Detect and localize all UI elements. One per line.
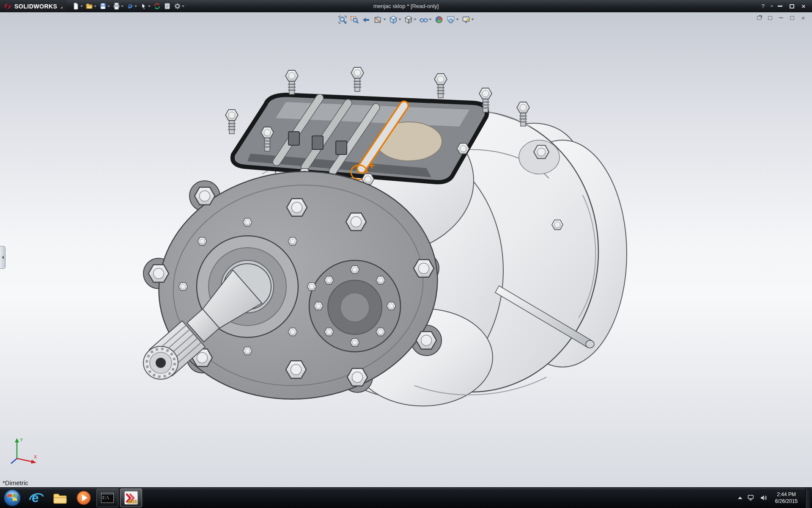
save-dropdown-icon[interactable] xyxy=(107,6,110,7)
minimize-document-button[interactable] xyxy=(777,14,785,21)
window-controls: ? × xyxy=(758,2,812,11)
cascade-windows-button[interactable] xyxy=(755,14,763,21)
view-settings-icon xyxy=(462,15,471,24)
graphics-area[interactable]: × Y X *Dimetric xyxy=(0,12,812,487)
help-button[interactable]: ? xyxy=(758,2,768,11)
clock-time: 2:44 PM xyxy=(775,491,798,498)
heads-up-view-toolbar xyxy=(337,14,475,25)
print-icon xyxy=(113,3,120,10)
taskbar-clock[interactable]: 2:44 PM 6/26/2015 xyxy=(773,491,800,505)
command-prompt-titlebar xyxy=(102,493,113,495)
section-view-button[interactable] xyxy=(373,14,387,25)
collapse-arrow-icon xyxy=(2,256,4,259)
file-properties-button[interactable] xyxy=(162,1,172,11)
svg-text:e: e xyxy=(32,491,39,505)
minimize-document-icon xyxy=(779,17,783,19)
new-document-icon xyxy=(72,3,80,10)
show-desktop-button[interactable] xyxy=(805,488,810,508)
print-dropdown-icon[interactable] xyxy=(121,6,123,7)
apply-scene-button[interactable] xyxy=(446,14,460,25)
zoom-to-fit-button[interactable] xyxy=(337,14,348,25)
save-floppy-icon xyxy=(99,3,107,10)
options-button[interactable] xyxy=(173,1,186,11)
hide-show-items-button[interactable] xyxy=(419,14,433,25)
system-tray: 2:44 PM 6/26/2015 xyxy=(738,488,812,508)
folder-icon xyxy=(52,490,68,506)
new-button[interactable] xyxy=(71,1,84,11)
close-document-button[interactable]: × xyxy=(799,14,807,21)
internet-explorer-icon: e xyxy=(28,490,44,506)
undo-icon xyxy=(126,3,134,10)
help-dropdown-icon[interactable] xyxy=(771,6,773,7)
view-settings-dropdown-icon[interactable] xyxy=(472,19,474,20)
menu-expand-icon[interactable] xyxy=(60,4,63,8)
view-settings-button[interactable] xyxy=(461,14,475,25)
view-orientation-dropdown-icon[interactable] xyxy=(399,19,401,20)
tile-windows-button[interactable] xyxy=(766,14,774,21)
apply-scene-icon xyxy=(447,15,455,24)
clock-date: 6/26/2015 xyxy=(775,498,798,505)
rebuild-button[interactable] xyxy=(152,1,162,11)
section-view-dropdown-icon[interactable] xyxy=(384,19,386,20)
undo-dropdown-icon[interactable] xyxy=(134,6,137,7)
edit-appearance-button[interactable] xyxy=(434,14,444,25)
previous-view-button[interactable] xyxy=(361,14,372,25)
display-style-dropdown-icon[interactable] xyxy=(414,19,417,20)
app-name: SOLIDWORKS xyxy=(14,3,57,10)
hide-show-dropdown-icon[interactable] xyxy=(429,19,432,20)
ds-logo-icon xyxy=(3,2,12,11)
close-document-icon: × xyxy=(801,15,805,21)
minimize-icon xyxy=(778,6,782,7)
restore-document-icon xyxy=(790,16,794,20)
zoom-to-fit-icon xyxy=(338,15,347,24)
network-icon[interactable] xyxy=(747,494,755,501)
options-gear-icon xyxy=(174,3,181,10)
solidworks-menu[interactable]: SOLIDWORKS xyxy=(0,0,67,12)
display-style-button[interactable] xyxy=(403,14,417,25)
section-view-icon xyxy=(374,15,383,24)
taskbar-solidworks[interactable]: 2015 xyxy=(120,489,142,507)
options-dropdown-icon[interactable] xyxy=(182,6,184,7)
taskbar-internet-explorer[interactable]: e xyxy=(25,489,47,507)
print-button[interactable] xyxy=(112,1,125,11)
taskbar-media-player[interactable] xyxy=(73,489,95,507)
minimize-button[interactable] xyxy=(775,2,785,11)
maximize-icon xyxy=(790,4,794,8)
close-button[interactable]: × xyxy=(798,2,809,11)
title-bar: SOLIDWORKS xyxy=(0,0,812,12)
cascade-windows-icon xyxy=(757,16,761,20)
apply-scene-dropdown-icon[interactable] xyxy=(456,19,459,20)
open-dropdown-icon[interactable] xyxy=(94,6,96,7)
taskbar-windows-explorer[interactable] xyxy=(49,489,71,507)
view-orientation-button[interactable] xyxy=(388,14,402,25)
command-prompt-icon: C:\ xyxy=(101,493,114,503)
tile-windows-icon xyxy=(768,16,772,20)
document-window-controls: × xyxy=(755,14,807,21)
panel-collapse-tab[interactable] xyxy=(0,246,5,269)
taskbar: e C:\ 2015 xyxy=(0,487,812,508)
hide-show-glasses-icon xyxy=(420,15,428,24)
restore-document-button[interactable] xyxy=(788,14,796,21)
open-button[interactable] xyxy=(85,1,98,11)
shaft-bore xyxy=(156,358,166,368)
view-orientation-cube-icon xyxy=(389,15,398,24)
volume-icon[interactable] xyxy=(760,494,768,501)
zoom-to-area-button[interactable] xyxy=(349,14,360,25)
select-button[interactable] xyxy=(139,1,152,11)
gearbox-model[interactable] xyxy=(0,12,812,487)
select-dropdown-icon[interactable] xyxy=(148,6,151,7)
view-orientation-label: *Dimetric xyxy=(3,479,28,486)
start-button[interactable] xyxy=(0,488,25,508)
side-cover[interactable] xyxy=(309,260,401,352)
open-folder-icon xyxy=(86,3,93,10)
new-dropdown-icon[interactable] xyxy=(80,6,83,7)
file-properties-icon xyxy=(164,3,171,10)
maximize-button[interactable] xyxy=(787,2,797,11)
main-toolbar xyxy=(71,1,186,11)
taskbar-command-prompt[interactable]: C:\ xyxy=(96,489,118,507)
triad-x-label: X xyxy=(34,454,37,459)
show-hidden-icons-button[interactable] xyxy=(738,497,742,499)
save-button[interactable] xyxy=(98,1,111,11)
undo-button[interactable] xyxy=(125,1,138,11)
windows-start-icon xyxy=(3,489,21,507)
